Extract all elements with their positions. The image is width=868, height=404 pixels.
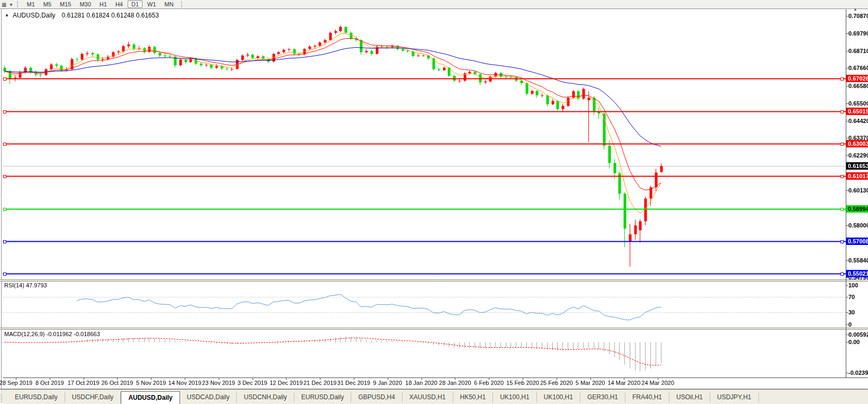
timeframe-button-W1[interactable]: W1: [144, 1, 160, 8]
chart-tab-gbpusd-h4[interactable]: GBPUSD,H4: [351, 392, 402, 402]
dropdown-arrow-icon[interactable]: ▾: [10, 1, 12, 8]
toolbar-grip[interactable]: [17, 1, 19, 7]
chart-tab-usdjpy-h1[interactable]: USDJPY,H1: [710, 392, 758, 402]
chart-tab-uk100-h1[interactable]: UK100,H1: [537, 392, 580, 402]
chart-tab-fra40-h1[interactable]: FRA40,H1: [625, 392, 669, 402]
chart-tab-ger30-h1[interactable]: GER30,H1: [580, 392, 625, 402]
toolbar-grip[interactable]: [181, 1, 183, 7]
rsi-indicator-label: RSI(14) 47.9793: [4, 282, 47, 288]
timeframe-button-M30[interactable]: M30: [76, 1, 94, 8]
chart-title: ▼AUDUSD,Daily0.61281 0.61824 0.61248 0.6…: [5, 12, 159, 19]
chart-tab-hk50-h1[interactable]: HK50,H1: [453, 392, 494, 402]
timeframe-button-MN[interactable]: MN: [161, 1, 177, 8]
chart-ohlc-values: 0.61281 0.61824 0.61248 0.61653: [62, 12, 159, 19]
chart-tab-usdcad-daily[interactable]: USDCAD,Daily: [180, 392, 237, 402]
scroll-up-icon[interactable]: ▲: [853, 7, 857, 12]
chart-tab-usdcnh-daily[interactable]: USDCNH,Daily: [237, 392, 294, 402]
chart-tab-usoil-h1[interactable]: USOil,H1: [669, 392, 710, 402]
chart-tab-eurusd-daily[interactable]: EURUSD,Daily: [8, 392, 65, 402]
chart-tab-xauusd-h1[interactable]: XAUUSD,H1: [402, 392, 453, 402]
chart-tab-audusd-daily[interactable]: AUDUSD,Daily: [121, 391, 180, 404]
macd-indicator-label: MACD(12,26,9) -0.011962 -0.018663: [4, 331, 100, 337]
timeframe-button-D1[interactable]: D1: [128, 1, 142, 8]
chart-tab-uk100-h1[interactable]: UK100,H1: [493, 392, 536, 402]
chart-tab-usdchf-daily[interactable]: USDCHF,Daily: [65, 392, 121, 402]
charts-icon[interactable]: ▦: [2, 1, 6, 8]
chart-tab-bar: EURUSD,DailyUSDCHF,DailyAUDUSD,DailyUSDC…: [0, 389, 868, 404]
chart-symbol-label: AUDUSD,Daily: [13, 12, 56, 19]
timeframe-button-H4[interactable]: H4: [112, 1, 127, 8]
timeframe-button-M5[interactable]: M5: [40, 1, 55, 8]
timeframe-button-H1[interactable]: H1: [96, 1, 111, 8]
timeframe-button-M15[interactable]: M15: [56, 1, 75, 8]
timeframe-buttons: M1M5M15M30H1H4D1W1MN: [22, 1, 177, 8]
chart-tabs: EURUSD,DailyUSDCHF,DailyAUDUSD,DailyUSDC…: [8, 391, 759, 404]
timeframe-button-M1[interactable]: M1: [23, 1, 38, 8]
timeframe-toolbar: ▦ ▾ M1M5M15M30H1H4D1W1MN: [0, 0, 868, 9]
tabbar-grip[interactable]: [1, 394, 6, 402]
chart-menu-icon[interactable]: ▼: [5, 13, 9, 18]
chart-tab-eurusd-daily[interactable]: EURUSD,Daily: [294, 392, 352, 402]
price-chart-canvas[interactable]: [0, 0, 868, 404]
mt4-window: ▦ ▾ M1M5M15M30H1H4D1W1MN ▼AUDUSD,Daily0.…: [0, 0, 868, 404]
